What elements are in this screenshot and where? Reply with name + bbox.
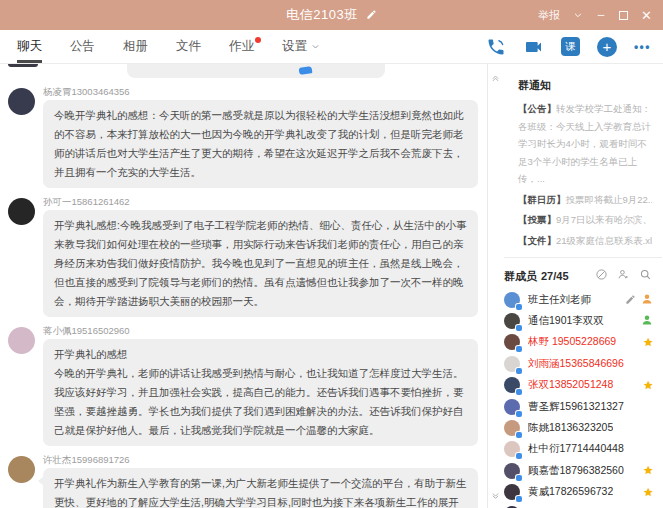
message-bubble: 今晚开学典礼的感想：今天听的第一感受就是原以为很轻松的大学生活没想到竟然也如此的… (43, 100, 478, 188)
sender-name: 许壮杰15996891726 (43, 453, 478, 467)
tab-settings[interactable]: 设置 (282, 30, 320, 63)
member-name: 黄威17826596732 (528, 485, 613, 499)
notice-item[interactable]: 【群日历】投票即将截止9月22... (518, 191, 652, 209)
notice-item[interactable]: 【文件】21级家庭信息联系表.xlsx (518, 232, 652, 250)
divider (504, 257, 662, 258)
mobile-online-badge (516, 411, 522, 417)
voice-call-icon[interactable] (486, 37, 506, 57)
maximize-button[interactable] (619, 11, 628, 20)
members-count: 27/45 (541, 270, 569, 282)
notice-list: 【公告】转发学校学工处通知：各班级：今天线上入学教育总计学习时长为4小时，观看时… (518, 100, 652, 249)
avatar (504, 334, 520, 350)
tab-homework[interactable]: 作业 (229, 30, 254, 63)
scroll-down-icon[interactable] (491, 487, 500, 505)
chevron-down-icon[interactable] (573, 10, 583, 20)
avatar (504, 463, 520, 479)
minimize-button[interactable] (596, 10, 606, 20)
member-row[interactable]: 张双13852051248 ★ (488, 375, 662, 396)
attachment-icon (299, 66, 313, 75)
mobile-online-badge (516, 346, 522, 352)
anonymous-chat-icon[interactable] (595, 267, 608, 285)
report-link[interactable]: 举报 (538, 8, 560, 23)
content: 杨凌霄13003464356 今晚开学典礼的感想：今天听的第一感受就是原以为很轻… (0, 64, 663, 508)
tabbar: 聊天 公告 相册 文件 作业 设置 (0, 30, 663, 64)
member-row[interactable]: 林野 19505228669 ★ (488, 332, 662, 353)
more-icon[interactable]: ••• (634, 40, 651, 54)
notice-text: 转发学校学工处通知：各班级：今天线上入学教育总计学习时长为4小时，观看时间不足3… (518, 103, 651, 184)
notification-dot (255, 37, 261, 43)
close-button[interactable]: ✕ (641, 9, 652, 22)
avatar (504, 313, 520, 329)
chat-message: 孙可一15861261462 开学典礼感想:今晚我感受到了电子工程学院老师的热情… (8, 195, 479, 317)
star-badge-icon: ★ (643, 337, 653, 348)
chat-area: 杨凌霄13003464356 今晚开学典礼的感想：今天听的第一感受就是原以为很轻… (0, 64, 488, 508)
avatar (504, 484, 520, 500)
toolbar-icons: 课 + ••• (486, 30, 651, 63)
member-name: 刘雨涵15365846696 (528, 357, 624, 371)
window-title: 电信2103班 (286, 7, 357, 22)
mobile-online-badge (516, 304, 522, 310)
message-bubble (127, 64, 385, 78)
member-row[interactable]: 曹圣辉15961321327 (488, 396, 662, 417)
message-list: 杨凌霄13003464356 今晚开学典礼的感想：今天听的第一感受就是原以为很轻… (8, 85, 479, 508)
chat-message: 杨凌霄13003464356 今晚开学典礼的感想：今天听的第一感受就是原以为很轻… (8, 85, 479, 188)
video-call-icon[interactable] (523, 37, 544, 57)
tab-label: 文件 (176, 38, 201, 55)
chevron-down-icon (311, 40, 320, 54)
notice-item[interactable]: 【公告】转发学校学工处通知：各班级：今天线上入学教育总计学习时长为4小时，观看时… (518, 100, 652, 188)
notice-text: 21级家庭信息联系表.xlsx (556, 235, 652, 246)
tab-label: 聊天 (17, 38, 42, 55)
member-row[interactable]: 班主任刘老师 (488, 289, 662, 310)
sender-name: 孙可一15861261462 (43, 195, 478, 209)
member-row[interactable]: 纪言驰17714141706 (488, 503, 662, 508)
tab-announcements[interactable]: 公告 (70, 30, 95, 63)
avatar[interactable] (8, 327, 35, 354)
notice-tag: 【文件】 (518, 235, 556, 246)
member-name: 顾嘉蕾18796382560 (528, 464, 624, 478)
search-icon[interactable] (639, 267, 652, 285)
class-icon[interactable]: 课 (561, 37, 580, 56)
member-row[interactable]: 顾嘉蕾18796382560 ★ (488, 460, 662, 481)
notice-tag: 【公告】 (518, 103, 556, 114)
star-badge-icon: ★ (643, 465, 653, 476)
collapse-panel-icon[interactable] (491, 68, 500, 86)
add-icon[interactable]: + (597, 37, 617, 57)
avatar (504, 399, 520, 415)
edit-nickname-icon[interactable] (625, 291, 636, 309)
avatar (504, 356, 520, 372)
mobile-online-badge (516, 432, 522, 438)
member-name: 通信1901李双双 (528, 314, 604, 328)
mobile-online-badge (516, 325, 522, 331)
admin-badge-icon (641, 312, 653, 330)
member-row[interactable]: 通信1901李双双 (488, 310, 662, 331)
member-row[interactable]: 黄威17826596732 ★ (488, 482, 662, 503)
member-name: 陈姚18136323205 (528, 421, 613, 435)
member-row[interactable]: 陈姚18136323205 (488, 417, 662, 438)
notice-item[interactable]: 【投票】9月7日以来有哈尔滨、 ... (518, 211, 652, 229)
mobile-online-badge (516, 496, 522, 502)
group-notices: 群通知 【公告】转发学校学工处通知：各班级：今天线上入学教育总计学习时长为4小时… (488, 70, 662, 249)
edit-title-icon[interactable] (366, 8, 377, 23)
tab-album[interactable]: 相册 (123, 30, 148, 63)
avatar[interactable] (8, 456, 35, 483)
member-row[interactable]: 刘雨涵15365846696 (488, 353, 662, 374)
avatar (504, 420, 520, 436)
mobile-online-badge (516, 475, 522, 481)
notice-tag: 【投票】 (518, 214, 556, 225)
tab-files[interactable]: 文件 (176, 30, 201, 63)
sender-name: 杨凌霄13003464356 (43, 85, 478, 99)
star-badge-icon: ★ (643, 487, 653, 498)
avatar[interactable] (8, 88, 35, 115)
titlebar: 电信2103班 举报 ✕ (0, 0, 663, 30)
member-name: 杜中衍17714440448 (528, 442, 624, 456)
member-name: 林野 19505228669 (528, 335, 616, 349)
tab-label: 相册 (123, 38, 148, 55)
avatar (504, 292, 520, 308)
avatar[interactable] (8, 198, 35, 225)
tab-list: 聊天 公告 相册 文件 作业 设置 (17, 30, 320, 63)
member-row[interactable]: 杜中衍17714440448 (488, 439, 662, 460)
notices-title: 群通知 (518, 78, 652, 93)
tab-chat[interactable]: 聊天 (17, 30, 42, 63)
invite-member-icon[interactable] (617, 267, 630, 285)
sidebar: 群通知 【公告】转发学校学工处通知：各班级：今天线上入学教育总计学习时长为4小时… (488, 64, 662, 508)
